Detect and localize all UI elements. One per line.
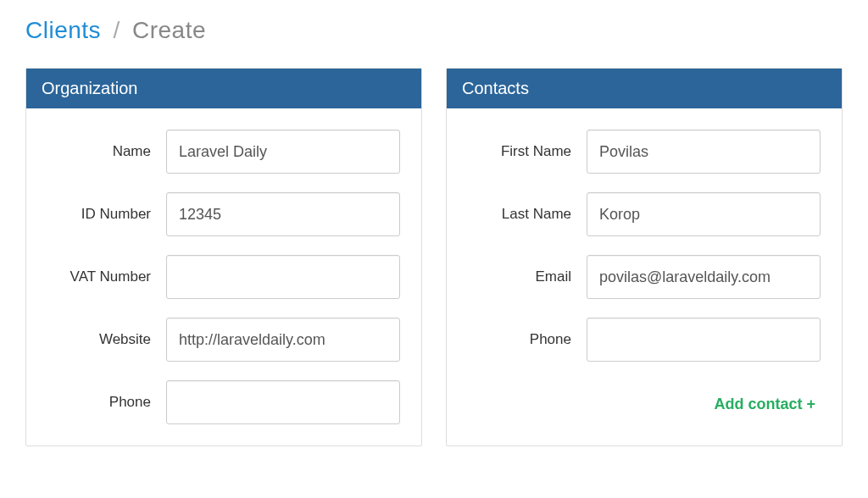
breadcrumb-link-clients[interactable]: Clients <box>25 17 101 43</box>
contact-lastname-input[interactable] <box>587 192 821 236</box>
org-id-input[interactable] <box>166 192 400 236</box>
breadcrumb-separator: / <box>113 17 120 43</box>
organization-panel-title: Organization <box>26 69 421 108</box>
org-name-label: Name <box>35 143 166 160</box>
org-website-input[interactable] <box>166 318 400 362</box>
org-name-input[interactable] <box>166 130 400 174</box>
contact-lastname-label: Last Name <box>455 206 587 223</box>
org-phone-input[interactable] <box>166 380 400 424</box>
org-vat-label: VAT Number <box>35 268 166 285</box>
org-phone-label: Phone <box>35 394 166 411</box>
org-vat-input[interactable] <box>166 255 400 299</box>
contacts-panel-title: Contacts <box>447 69 842 108</box>
breadcrumb-current: Create <box>132 17 206 43</box>
organization-panel: Organization Name ID Number VAT Number W… <box>25 68 422 446</box>
contacts-panel: Contacts First Name Last Name Email Phon… <box>446 68 843 446</box>
breadcrumb: Clients / Create <box>25 17 843 44</box>
org-website-label: Website <box>35 331 166 348</box>
contact-email-label: Email <box>455 268 587 285</box>
add-contact-button[interactable]: Add contact + <box>455 380 821 413</box>
contact-email-input[interactable] <box>587 255 821 299</box>
contact-phone-label: Phone <box>455 331 587 348</box>
contact-firstname-input[interactable] <box>587 130 821 174</box>
contact-phone-input[interactable] <box>587 318 821 362</box>
org-id-label: ID Number <box>35 206 166 223</box>
contact-firstname-label: First Name <box>455 143 587 160</box>
